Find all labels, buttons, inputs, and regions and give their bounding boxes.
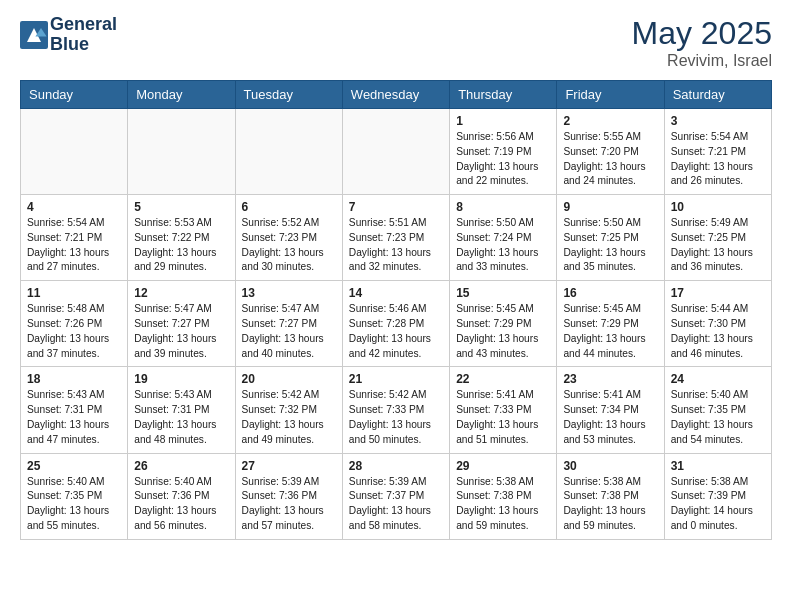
calendar-cell: 25Sunrise: 5:40 AMSunset: 7:35 PMDayligh… bbox=[21, 453, 128, 539]
cell-text: Sunrise: 5:54 AMSunset: 7:21 PMDaylight:… bbox=[671, 130, 765, 189]
calendar-cell: 8Sunrise: 5:50 AMSunset: 7:24 PMDaylight… bbox=[450, 195, 557, 281]
calendar-cell: 2Sunrise: 5:55 AMSunset: 7:20 PMDaylight… bbox=[557, 109, 664, 195]
calendar-cell: 6Sunrise: 5:52 AMSunset: 7:23 PMDaylight… bbox=[235, 195, 342, 281]
day-number: 5 bbox=[134, 200, 228, 214]
cell-text: Sunrise: 5:40 AMSunset: 7:35 PMDaylight:… bbox=[27, 475, 121, 534]
calendar: SundayMondayTuesdayWednesdayThursdayFrid… bbox=[20, 80, 772, 540]
logo-text: General Blue bbox=[50, 15, 117, 55]
logo-line2: Blue bbox=[50, 35, 117, 55]
cell-text: Sunrise: 5:38 AMSunset: 7:38 PMDaylight:… bbox=[563, 475, 657, 534]
calendar-cell: 23Sunrise: 5:41 AMSunset: 7:34 PMDayligh… bbox=[557, 367, 664, 453]
day-number: 30 bbox=[563, 459, 657, 473]
day-number: 8 bbox=[456, 200, 550, 214]
cell-text: Sunrise: 5:52 AMSunset: 7:23 PMDaylight:… bbox=[242, 216, 336, 275]
calendar-cell: 10Sunrise: 5:49 AMSunset: 7:25 PMDayligh… bbox=[664, 195, 771, 281]
day-number: 22 bbox=[456, 372, 550, 386]
day-number: 25 bbox=[27, 459, 121, 473]
weekday-header: Tuesday bbox=[235, 81, 342, 109]
day-number: 16 bbox=[563, 286, 657, 300]
calendar-cell: 9Sunrise: 5:50 AMSunset: 7:25 PMDaylight… bbox=[557, 195, 664, 281]
cell-text: Sunrise: 5:43 AMSunset: 7:31 PMDaylight:… bbox=[134, 388, 228, 447]
logo-line1: General bbox=[50, 15, 117, 35]
calendar-week-row: 11Sunrise: 5:48 AMSunset: 7:26 PMDayligh… bbox=[21, 281, 772, 367]
weekday-header: Friday bbox=[557, 81, 664, 109]
day-number: 19 bbox=[134, 372, 228, 386]
cell-text: Sunrise: 5:40 AMSunset: 7:36 PMDaylight:… bbox=[134, 475, 228, 534]
calendar-cell: 7Sunrise: 5:51 AMSunset: 7:23 PMDaylight… bbox=[342, 195, 449, 281]
day-number: 24 bbox=[671, 372, 765, 386]
day-number: 9 bbox=[563, 200, 657, 214]
calendar-cell: 4Sunrise: 5:54 AMSunset: 7:21 PMDaylight… bbox=[21, 195, 128, 281]
cell-text: Sunrise: 5:45 AMSunset: 7:29 PMDaylight:… bbox=[456, 302, 550, 361]
day-number: 28 bbox=[349, 459, 443, 473]
day-number: 11 bbox=[27, 286, 121, 300]
calendar-cell: 5Sunrise: 5:53 AMSunset: 7:22 PMDaylight… bbox=[128, 195, 235, 281]
day-number: 2 bbox=[563, 114, 657, 128]
day-number: 6 bbox=[242, 200, 336, 214]
calendar-cell bbox=[21, 109, 128, 195]
calendar-header-row: SundayMondayTuesdayWednesdayThursdayFrid… bbox=[21, 81, 772, 109]
cell-text: Sunrise: 5:45 AMSunset: 7:29 PMDaylight:… bbox=[563, 302, 657, 361]
calendar-cell: 20Sunrise: 5:42 AMSunset: 7:32 PMDayligh… bbox=[235, 367, 342, 453]
day-number: 7 bbox=[349, 200, 443, 214]
calendar-cell: 17Sunrise: 5:44 AMSunset: 7:30 PMDayligh… bbox=[664, 281, 771, 367]
cell-text: Sunrise: 5:49 AMSunset: 7:25 PMDaylight:… bbox=[671, 216, 765, 275]
cell-text: Sunrise: 5:43 AMSunset: 7:31 PMDaylight:… bbox=[27, 388, 121, 447]
location: Revivim, Israel bbox=[631, 52, 772, 70]
calendar-cell: 3Sunrise: 5:54 AMSunset: 7:21 PMDaylight… bbox=[664, 109, 771, 195]
calendar-cell bbox=[128, 109, 235, 195]
day-number: 3 bbox=[671, 114, 765, 128]
calendar-cell: 29Sunrise: 5:38 AMSunset: 7:38 PMDayligh… bbox=[450, 453, 557, 539]
cell-text: Sunrise: 5:47 AMSunset: 7:27 PMDaylight:… bbox=[134, 302, 228, 361]
cell-text: Sunrise: 5:39 AMSunset: 7:36 PMDaylight:… bbox=[242, 475, 336, 534]
cell-text: Sunrise: 5:48 AMSunset: 7:26 PMDaylight:… bbox=[27, 302, 121, 361]
cell-text: Sunrise: 5:38 AMSunset: 7:39 PMDaylight:… bbox=[671, 475, 765, 534]
cell-text: Sunrise: 5:41 AMSunset: 7:33 PMDaylight:… bbox=[456, 388, 550, 447]
day-number: 18 bbox=[27, 372, 121, 386]
calendar-week-row: 18Sunrise: 5:43 AMSunset: 7:31 PMDayligh… bbox=[21, 367, 772, 453]
calendar-cell: 14Sunrise: 5:46 AMSunset: 7:28 PMDayligh… bbox=[342, 281, 449, 367]
calendar-cell bbox=[235, 109, 342, 195]
day-number: 14 bbox=[349, 286, 443, 300]
day-number: 12 bbox=[134, 286, 228, 300]
weekday-header: Monday bbox=[128, 81, 235, 109]
cell-text: Sunrise: 5:54 AMSunset: 7:21 PMDaylight:… bbox=[27, 216, 121, 275]
day-number: 23 bbox=[563, 372, 657, 386]
cell-text: Sunrise: 5:50 AMSunset: 7:25 PMDaylight:… bbox=[563, 216, 657, 275]
day-number: 10 bbox=[671, 200, 765, 214]
calendar-cell bbox=[342, 109, 449, 195]
logo: General Blue bbox=[20, 15, 117, 55]
cell-text: Sunrise: 5:39 AMSunset: 7:37 PMDaylight:… bbox=[349, 475, 443, 534]
day-number: 21 bbox=[349, 372, 443, 386]
weekday-header: Sunday bbox=[21, 81, 128, 109]
calendar-cell: 13Sunrise: 5:47 AMSunset: 7:27 PMDayligh… bbox=[235, 281, 342, 367]
calendar-week-row: 4Sunrise: 5:54 AMSunset: 7:21 PMDaylight… bbox=[21, 195, 772, 281]
day-number: 13 bbox=[242, 286, 336, 300]
cell-text: Sunrise: 5:55 AMSunset: 7:20 PMDaylight:… bbox=[563, 130, 657, 189]
month-title: May 2025 bbox=[631, 15, 772, 52]
day-number: 1 bbox=[456, 114, 550, 128]
calendar-cell: 16Sunrise: 5:45 AMSunset: 7:29 PMDayligh… bbox=[557, 281, 664, 367]
weekday-header: Saturday bbox=[664, 81, 771, 109]
day-number: 29 bbox=[456, 459, 550, 473]
day-number: 4 bbox=[27, 200, 121, 214]
calendar-cell: 27Sunrise: 5:39 AMSunset: 7:36 PMDayligh… bbox=[235, 453, 342, 539]
header: General Blue May 2025 Revivim, Israel bbox=[20, 15, 772, 70]
calendar-cell: 11Sunrise: 5:48 AMSunset: 7:26 PMDayligh… bbox=[21, 281, 128, 367]
cell-text: Sunrise: 5:56 AMSunset: 7:19 PMDaylight:… bbox=[456, 130, 550, 189]
calendar-cell: 12Sunrise: 5:47 AMSunset: 7:27 PMDayligh… bbox=[128, 281, 235, 367]
day-number: 17 bbox=[671, 286, 765, 300]
day-number: 31 bbox=[671, 459, 765, 473]
calendar-cell: 24Sunrise: 5:40 AMSunset: 7:35 PMDayligh… bbox=[664, 367, 771, 453]
calendar-week-row: 25Sunrise: 5:40 AMSunset: 7:35 PMDayligh… bbox=[21, 453, 772, 539]
day-number: 15 bbox=[456, 286, 550, 300]
cell-text: Sunrise: 5:53 AMSunset: 7:22 PMDaylight:… bbox=[134, 216, 228, 275]
calendar-cell: 19Sunrise: 5:43 AMSunset: 7:31 PMDayligh… bbox=[128, 367, 235, 453]
calendar-cell: 28Sunrise: 5:39 AMSunset: 7:37 PMDayligh… bbox=[342, 453, 449, 539]
calendar-cell: 21Sunrise: 5:42 AMSunset: 7:33 PMDayligh… bbox=[342, 367, 449, 453]
cell-text: Sunrise: 5:44 AMSunset: 7:30 PMDaylight:… bbox=[671, 302, 765, 361]
cell-text: Sunrise: 5:42 AMSunset: 7:33 PMDaylight:… bbox=[349, 388, 443, 447]
calendar-cell: 18Sunrise: 5:43 AMSunset: 7:31 PMDayligh… bbox=[21, 367, 128, 453]
logo-icon bbox=[20, 21, 48, 49]
calendar-cell: 31Sunrise: 5:38 AMSunset: 7:39 PMDayligh… bbox=[664, 453, 771, 539]
